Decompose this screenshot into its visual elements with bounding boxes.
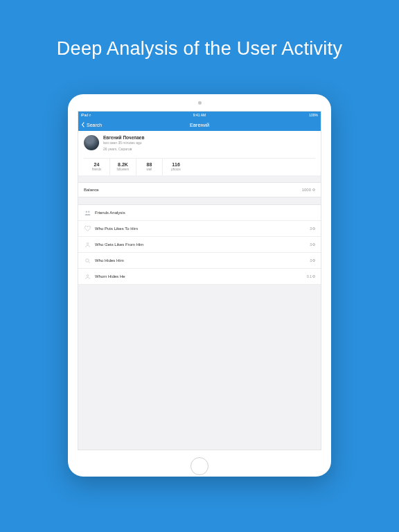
stat-value: 116: [163, 162, 189, 167]
balance-label: Balance: [84, 188, 99, 192]
tablet-device-frame: iPad ᯤ 9:41 AM 100% Search Евгений Евген…: [68, 94, 331, 477]
device-camera-dot: [198, 101, 202, 105]
stat-wall[interactable]: 88 wall: [136, 159, 163, 175]
menu-label: Who Gets Likes From Him: [95, 242, 310, 247]
menu-label: Whom Hides He: [95, 274, 307, 278]
menu-price: 3: [310, 258, 315, 263]
menu-label: Who Puts Likes To Him: [95, 227, 310, 231]
heart-icon: [84, 225, 91, 232]
coin-icon: [312, 243, 315, 246]
profile-last-seen: last seen 35 minutes ago: [103, 141, 144, 145]
menu-who-puts-likes[interactable]: Who Puts Likes To Him 3: [78, 221, 321, 237]
stat-label: followers: [110, 168, 136, 171]
avatar[interactable]: [84, 135, 99, 150]
menu-whom-hides-he[interactable]: Whom Hides He 0.1: [78, 269, 321, 285]
menu-price: 3: [310, 227, 315, 231]
menu-friends-analysis[interactable]: Friends Analysis: [78, 205, 321, 221]
stat-label: wall: [136, 168, 162, 171]
coin-icon: [312, 188, 315, 191]
stat-value: 8.2K: [110, 162, 136, 167]
svg-point-3: [85, 258, 89, 262]
stat-followers[interactable]: 8.2K followers: [110, 159, 136, 175]
menu-who-hides-him[interactable]: Who Hides Him 3: [78, 253, 321, 269]
home-button[interactable]: [190, 457, 209, 475]
analysis-menu: Friends Analysis Who Puts Likes To Him 3…: [78, 204, 321, 285]
nav-bar: Search Евгений: [78, 118, 321, 131]
coin-icon: [312, 259, 315, 262]
svg-point-4: [87, 274, 89, 276]
people-icon: [84, 209, 91, 216]
profile-stats: 24 friends 8.2K followers 88 wall 116 ph…: [84, 158, 315, 175]
svg-point-1: [87, 211, 89, 212]
menu-label: Friends Analysis: [95, 211, 315, 215]
page-headline: Deep Analysis of the User Activity: [57, 38, 342, 60]
svg-point-0: [85, 211, 87, 212]
stat-label: friends: [84, 168, 109, 171]
menu-price: 0.1: [307, 274, 315, 278]
stat-photos[interactable]: 116 photos: [163, 159, 189, 175]
menu-label: Who Hides Him: [95, 258, 310, 263]
status-time: 9:41 AM: [78, 113, 321, 117]
balance-row[interactable]: Balance 1000: [78, 182, 321, 197]
svg-point-2: [87, 242, 89, 245]
stat-friends[interactable]: 24 friends: [84, 159, 110, 175]
menu-who-gets-likes[interactable]: Who Gets Likes From Him 3: [78, 237, 321, 253]
coin-icon: [312, 275, 315, 278]
stat-value: 88: [136, 162, 162, 167]
menu-price: 3: [310, 242, 315, 247]
balance-credits: 1000: [302, 188, 315, 192]
stat-value: 24: [84, 162, 109, 167]
coin-icon: [312, 227, 315, 230]
stat-label: photos: [163, 168, 189, 171]
profile-card: Евгений Почепаев last seen 35 minutes ag…: [78, 131, 321, 175]
profile-name: Евгений Почепаев: [103, 135, 144, 140]
nav-title: Евгений: [78, 122, 321, 128]
person-icon: [84, 241, 91, 248]
search-icon: [84, 257, 91, 264]
person-icon: [84, 273, 91, 280]
device-screen: iPad ᯤ 9:41 AM 100% Search Евгений Евген…: [78, 111, 321, 450]
status-bar: iPad ᯤ 9:41 AM 100%: [78, 112, 321, 118]
profile-age-location: 26 years, Саратов: [103, 147, 144, 151]
